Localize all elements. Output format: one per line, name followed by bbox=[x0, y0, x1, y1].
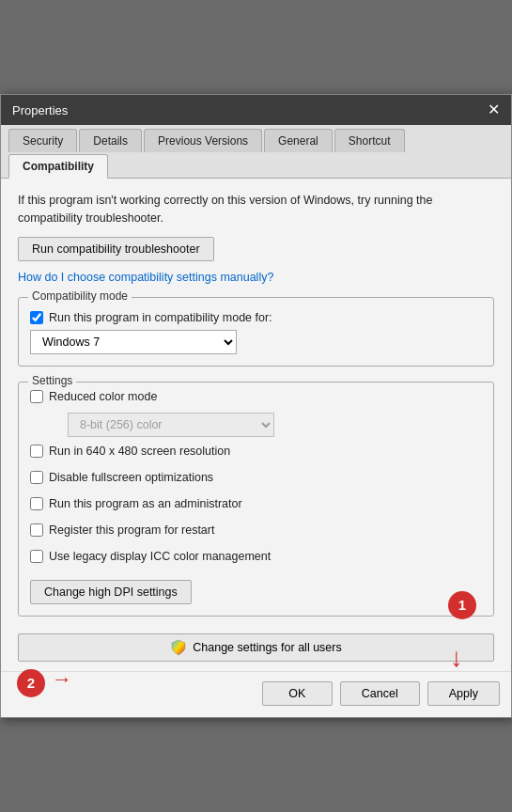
compat-mode-dropdown[interactable]: Windows XP (Service Pack 2) Windows XP (… bbox=[30, 330, 237, 354]
reduced-color-checkbox[interactable] bbox=[30, 390, 43, 403]
disable-fullscreen-label: Disable fullscreen optimizations bbox=[49, 471, 213, 484]
settings-inner: Reduced color mode 8-bit (256) color Run… bbox=[30, 390, 482, 604]
run-troubleshooter-button[interactable]: Run compatibility troubleshooter bbox=[18, 237, 214, 261]
change-all-users-button[interactable]: Change settings for all users bbox=[18, 633, 494, 662]
legacy-icc-row: Use legacy display ICC color management bbox=[30, 550, 482, 563]
legacy-icc-checkbox[interactable] bbox=[30, 550, 43, 563]
change-all-section: Change settings for all users bbox=[18, 633, 494, 662]
compat-mode-checkbox[interactable] bbox=[30, 311, 43, 324]
properties-dialog: Properties ✕ Security Details Previous V… bbox=[0, 94, 512, 718]
tab-content: If this program isn't working correctly … bbox=[1, 179, 511, 671]
settings-group-label: Settings bbox=[28, 374, 76, 387]
register-restart-checkbox[interactable] bbox=[30, 523, 43, 537]
settings-group: Settings Reduced color mode 8-bit (256) … bbox=[18, 382, 494, 617]
tab-general[interactable]: General bbox=[264, 129, 333, 152]
change-dpi-container: Change high DPI settings bbox=[30, 580, 482, 604]
disable-fullscreen-row: Disable fullscreen optimizations bbox=[30, 471, 482, 484]
tab-shortcut[interactable]: Shortcut bbox=[334, 129, 405, 152]
compat-mode-label[interactable]: Run this program in compatibility mode f… bbox=[49, 311, 272, 324]
change-dpi-button[interactable]: Change high DPI settings bbox=[30, 580, 192, 604]
legacy-icc-label: Use legacy display ICC color management bbox=[49, 550, 271, 563]
tabs-row: Security Details Previous Versions Gener… bbox=[1, 125, 511, 179]
run-admin-checkbox[interactable] bbox=[30, 497, 43, 510]
screen-640-label: Run in 640 x 480 screen resolution bbox=[49, 445, 230, 458]
footer-buttons: OK Cancel Apply bbox=[1, 671, 511, 717]
manual-settings-link[interactable]: How do I choose compatibility settings m… bbox=[18, 271, 494, 284]
tab-compatibility[interactable]: Compatibility bbox=[8, 154, 108, 179]
register-restart-row: Register this program for restart bbox=[30, 523, 482, 537]
color-depth-dropdown: 8-bit (256) color bbox=[68, 413, 274, 437]
compat-mode-group-label: Compatibility mode bbox=[28, 289, 132, 303]
tab-security[interactable]: Security bbox=[8, 129, 77, 152]
title-bar: Properties ✕ bbox=[1, 95, 511, 125]
run-admin-row: Run this program as an administrator bbox=[30, 497, 482, 510]
compatibility-mode-group: Compatibility mode Run this program in c… bbox=[18, 297, 494, 367]
apply-button[interactable]: Apply bbox=[427, 681, 500, 706]
close-button[interactable]: ✕ bbox=[488, 102, 500, 117]
dialog-title: Properties bbox=[12, 103, 68, 117]
screen-res-row: Run in 640 x 480 screen resolution bbox=[30, 445, 482, 458]
tab-previous-versions[interactable]: Previous Versions bbox=[144, 129, 262, 152]
disable-fullscreen-checkbox[interactable] bbox=[30, 471, 43, 484]
change-all-label: Change settings for all users bbox=[193, 641, 341, 654]
register-restart-label: Register this program for restart bbox=[49, 523, 214, 537]
reduced-color-row: Reduced color mode bbox=[30, 390, 482, 403]
reduced-color-label: Reduced color mode bbox=[49, 390, 157, 403]
screen-640-checkbox[interactable] bbox=[30, 445, 43, 458]
run-admin-label: Run this program as an administrator bbox=[49, 497, 242, 510]
cancel-button[interactable]: Cancel bbox=[340, 681, 420, 706]
info-text: If this program isn't working correctly … bbox=[18, 192, 494, 227]
shield-icon bbox=[170, 639, 187, 656]
ok-button[interactable]: OK bbox=[262, 681, 333, 706]
tab-details[interactable]: Details bbox=[79, 129, 142, 152]
